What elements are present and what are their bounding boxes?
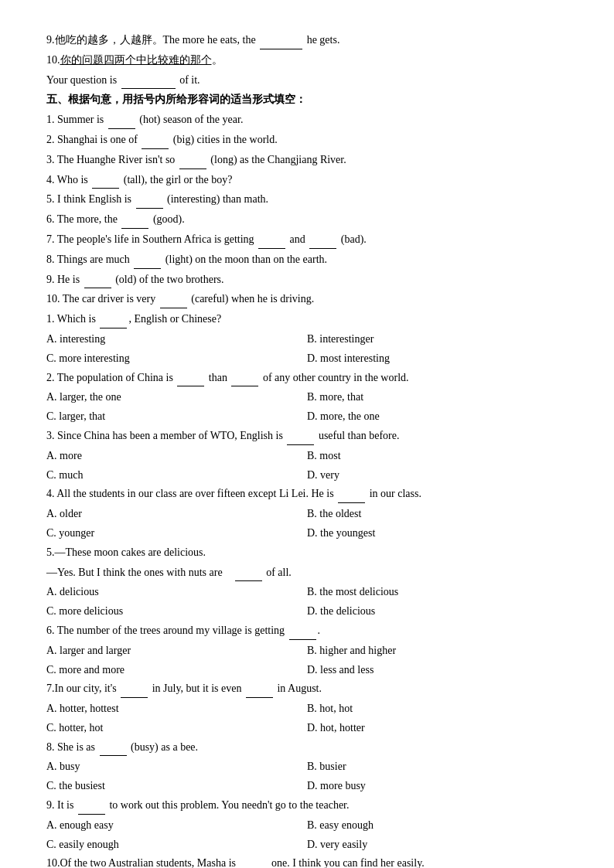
fill-2: 2. Shanghai is one of (big) cities in th… xyxy=(46,131,568,149)
fill-3: 3. The Huanghe River isn't so (long) as … xyxy=(46,151,568,169)
mc4-options: A. older B. the oldest xyxy=(46,505,568,523)
mc7-d: D. hot, hotter xyxy=(307,719,568,737)
blank-mc2b xyxy=(231,386,258,386)
mc6-options-2: C. more and more D. less and less xyxy=(46,661,568,679)
blank-f8 xyxy=(134,268,161,269)
mc-q4: 4. All the students in our class are ove… xyxy=(46,485,568,503)
blank-mc3 xyxy=(287,444,314,445)
mc8-options-2: C. the busiest D. more busy xyxy=(46,777,568,795)
mc7-options: A. hotter, hottest B. hot, hot xyxy=(46,700,568,718)
fill-5: 5. I think English is (interesting) than… xyxy=(46,190,568,209)
mc3-options-2: C. much D. very xyxy=(46,466,568,485)
mc-q8: 8. She is as (busy) as a bee. xyxy=(46,738,568,757)
blank-mc5 xyxy=(235,580,262,581)
mc4-a: A. older xyxy=(46,505,307,523)
mc8-c: C. the busiest xyxy=(46,777,307,795)
blank-mc4 xyxy=(338,502,365,503)
mc9-c: C. easily enough xyxy=(46,836,307,854)
mc6-a: A. larger and larger xyxy=(46,642,307,660)
line-question: Your question is of it. xyxy=(46,71,568,90)
mc-q5b: —Yes. But I think the ones with nuts are… xyxy=(46,563,568,582)
mc3-d: D. very xyxy=(307,466,568,485)
fill-1: 1. Summer is (hot) season of the year. xyxy=(46,111,568,129)
mc6-b: B. higher and higher xyxy=(307,642,568,660)
blank-f10 xyxy=(160,308,187,308)
mc3-options: A. more B. most xyxy=(46,447,568,465)
mc8-a: A. busy xyxy=(46,757,307,776)
mc4-options-2: C. younger D. the youngest xyxy=(46,524,568,543)
mc7-b: B. hot, hot xyxy=(307,700,568,718)
mc-q7: 7.In our city, it's in July, but it is e… xyxy=(46,679,568,698)
mc2-d: D. more, the one xyxy=(307,407,568,426)
fill-6: 6. The more, the (good). xyxy=(46,210,568,229)
mc8-b: B. busier xyxy=(307,757,568,776)
section-title: 五、根据句意，用括号内所给形容词的适当形式填空： xyxy=(46,90,568,109)
mc-q1: 1. Which is , English or Chinese? xyxy=(46,310,568,328)
mc6-d: D. less and less xyxy=(307,661,568,679)
mc-q2: 2. The population of China is than of an… xyxy=(46,369,568,387)
mc9-options-2: C. easily enough D. very easily xyxy=(46,836,568,854)
mc-q10: 10.Of the two Australian students, Masha… xyxy=(46,854,568,868)
mc4-c: C. younger xyxy=(46,524,307,543)
mc7-options-2: C. hotter, hot D. hot, hotter xyxy=(46,719,568,737)
blank-f1 xyxy=(108,128,135,129)
fill-4: 4. Who is (tall), the girl or the boy? xyxy=(46,171,568,189)
mc1-options-2: C. more interesting D. most interesting xyxy=(46,349,568,368)
mc-q5a: 5.—These moon cakes are delicious. xyxy=(46,543,568,562)
blank-f7b xyxy=(309,248,336,249)
mc9-options: A. enough easy B. easy enough xyxy=(46,816,568,835)
mc8-options: A. busy B. busier xyxy=(46,757,568,776)
blank-mc7a xyxy=(121,697,148,698)
fill-10: 10. The car driver is very (careful) whe… xyxy=(46,290,568,308)
mc-q6: 6. The number of the trees around my vil… xyxy=(46,621,568,640)
fill-9: 9. He is (old) of the two brothers. xyxy=(46,271,568,289)
mc4-d: D. the youngest xyxy=(307,524,568,543)
mc1-d: D. most interesting xyxy=(307,349,568,368)
blank-mc8 xyxy=(100,755,127,756)
mc3-a: A. more xyxy=(46,447,307,465)
blank-f7a xyxy=(258,248,285,249)
mc5-a: A. delicious xyxy=(46,583,307,601)
blank-1 xyxy=(260,49,302,49)
mc2-c: C. larger, that xyxy=(46,407,307,426)
main-content: 9.他吃的越多，人越胖。The more he eats, the he get… xyxy=(46,31,568,868)
mc-q3: 3. Since China has been a member of WTO,… xyxy=(46,427,568,445)
blank-f5 xyxy=(136,208,163,209)
blank-mc1 xyxy=(100,328,127,328)
mc1-a: A. interesting xyxy=(46,330,307,349)
mc2-b: B. more, that xyxy=(307,388,568,407)
blank-f2 xyxy=(142,148,169,149)
mc1-b: B. interestinger xyxy=(307,330,568,349)
fill-7: 7. The people's life in Southern Africa … xyxy=(46,230,568,249)
mc5-d: D. the delicious xyxy=(307,602,568,621)
blank-f9 xyxy=(84,288,111,288)
mc9-a: A. enough easy xyxy=(46,816,307,835)
mc5-c: C. more delicious xyxy=(46,602,307,621)
blank-f6 xyxy=(121,228,148,229)
blank-mc7b xyxy=(246,697,273,698)
line-9: 9.他吃的越多，人越胖。The more he eats, the he get… xyxy=(46,31,568,49)
blank-f3 xyxy=(179,168,206,169)
mc5-b: B. the most delicious xyxy=(307,583,568,601)
mc8-d: D. more busy xyxy=(307,777,568,795)
mc5-options-2: C. more delicious D. the delicious xyxy=(46,602,568,621)
mc5-options: A. delicious B. the most delicious xyxy=(46,583,568,601)
fill-8: 8. Things are much (light) on the moon t… xyxy=(46,250,568,269)
mc7-a: A. hotter, hottest xyxy=(46,700,307,718)
mc9-b: B. easy enough xyxy=(307,816,568,835)
blank-mc9 xyxy=(78,814,105,815)
mc3-b: B. most xyxy=(307,447,568,465)
mc3-c: C. much xyxy=(46,466,307,485)
mc6-c: C. more and more xyxy=(46,661,307,679)
blank-f4 xyxy=(92,188,119,189)
mc9-d: D. very easily xyxy=(307,836,568,854)
mc2-options: A. larger, the one B. more, that xyxy=(46,388,568,407)
line-10: 10.你的问题四两个中比较难的那个。 xyxy=(46,51,568,70)
mc1-options: A. interesting B. interestinger xyxy=(46,330,568,349)
blank-2 xyxy=(121,88,176,89)
mc7-c: C. hotter, hot xyxy=(46,719,307,737)
mc-q9: 9. It is to work out this problem. You n… xyxy=(46,796,568,815)
mc4-b: B. the oldest xyxy=(307,505,568,523)
mc1-c: C. more interesting xyxy=(46,349,307,368)
blank-mc2a xyxy=(177,386,204,386)
